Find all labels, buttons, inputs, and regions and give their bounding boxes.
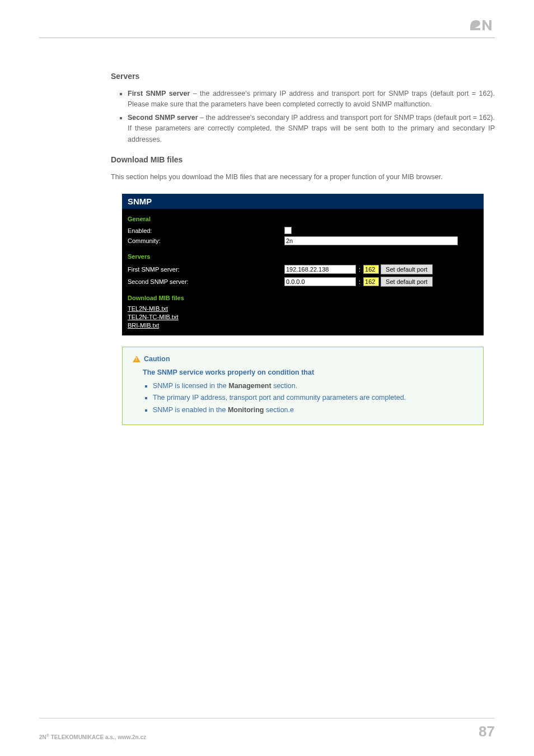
enabled-checkbox[interactable] bbox=[284, 227, 292, 234]
first-port-input[interactable] bbox=[363, 265, 379, 274]
snmp-title: SNMP bbox=[122, 194, 484, 209]
text: section. bbox=[271, 382, 298, 390]
text-bold: Management bbox=[228, 382, 271, 390]
second-set-default-button[interactable]: Set default port bbox=[381, 277, 433, 287]
enabled-label: Enabled: bbox=[128, 227, 284, 234]
servers-list: First SNMP server – the addressee's prim… bbox=[111, 88, 495, 145]
mib-file-link[interactable]: TEL2N-TC-MIB.txt bbox=[122, 313, 484, 321]
colon: : bbox=[358, 278, 362, 285]
first-server-label: First SNMP server: bbox=[128, 266, 284, 273]
snmp-servers-heading: Servers bbox=[122, 246, 484, 263]
list-item: The primary IP address, transport port a… bbox=[153, 393, 473, 403]
list-item: First SNMP server – the addressee's prim… bbox=[128, 88, 495, 110]
text: section.e bbox=[264, 406, 294, 414]
text: SNMP is licensed in the bbox=[153, 382, 228, 390]
warning-icon bbox=[133, 356, 140, 362]
first-ip-input[interactable] bbox=[284, 265, 356, 274]
mib-file-link[interactable]: BRI-MIB.txt bbox=[122, 321, 484, 330]
text: The primary IP address, transport port a… bbox=[153, 394, 406, 402]
second-snmp-label: Second SNMP server bbox=[128, 114, 198, 122]
page-number: 87 bbox=[479, 723, 495, 740]
second-server-label: Second SNMP server: bbox=[128, 278, 284, 285]
snmp-download-heading: Download MIB files bbox=[122, 288, 484, 305]
list-item: SNMP is licensed in the Management secti… bbox=[153, 381, 473, 391]
footer-pre: 2N bbox=[39, 734, 46, 740]
snmp-general-heading: General bbox=[122, 209, 484, 226]
colon: : bbox=[358, 266, 362, 273]
text: SNMP is enabled in the bbox=[153, 406, 228, 414]
logo-2n bbox=[469, 16, 495, 32]
download-heading: Download MIB files bbox=[111, 155, 495, 164]
footer-post: TELEKOMUNIKACE a.s., www.2n.cz bbox=[49, 734, 146, 740]
snmp-panel: SNMP General Enabled: Community: Servers… bbox=[122, 194, 484, 335]
caution-subtitle: The SNMP service works properly on condi… bbox=[143, 368, 473, 376]
footer: 2N® TELEKOMUNIKACE a.s., www.2n.cz 87 bbox=[39, 718, 495, 740]
first-snmp-label: First SNMP server bbox=[128, 90, 190, 97]
mib-file-link[interactable]: TEL2N-MIB.txt bbox=[122, 305, 484, 313]
second-ip-input[interactable] bbox=[284, 277, 356, 286]
list-item: SNMP is enabled in the Monitoring sectio… bbox=[153, 405, 473, 416]
first-set-default-button[interactable]: Set default port bbox=[381, 264, 433, 274]
text-bold: Monitoring bbox=[228, 406, 264, 414]
servers-heading: Servers bbox=[111, 72, 495, 81]
community-label: Community: bbox=[128, 237, 284, 244]
community-input[interactable] bbox=[284, 236, 458, 245]
caution-list: SNMP is licensed in the Management secti… bbox=[133, 381, 473, 416]
list-item: Second SNMP server – the addressee's sec… bbox=[128, 113, 495, 145]
caution-title: Caution bbox=[144, 355, 170, 363]
download-desc: This section helps you download the MIB … bbox=[111, 172, 495, 183]
second-port-input[interactable] bbox=[363, 277, 379, 286]
caution-box: Caution The SNMP service works properly … bbox=[122, 347, 484, 425]
